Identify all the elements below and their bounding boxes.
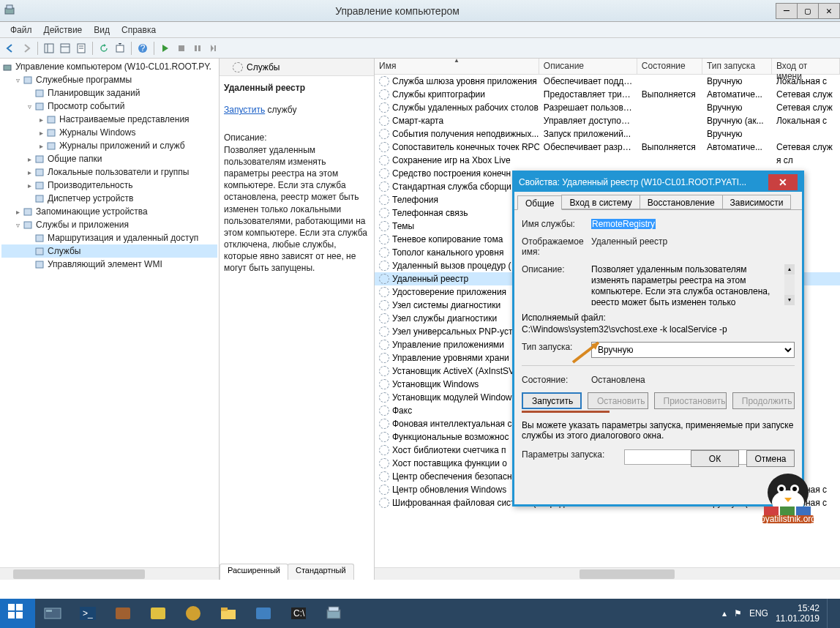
tray-flag-icon[interactable]: ⚑ bbox=[734, 608, 742, 618]
ok-button[interactable]: ОК bbox=[691, 450, 739, 467]
service-icon bbox=[379, 274, 389, 284]
tab-recovery[interactable]: Восстановление bbox=[640, 195, 723, 209]
col-description[interactable]: Описание bbox=[539, 59, 637, 74]
col-logon[interactable]: Вход от имени bbox=[772, 59, 840, 74]
close-button[interactable]: ✕ bbox=[818, 3, 840, 19]
dialog-titlebar[interactable]: Свойства: Удаленный реестр (W10-CL01.ROO… bbox=[514, 173, 802, 192]
col-startup[interactable]: Тип запуска bbox=[702, 59, 772, 74]
view1-icon[interactable] bbox=[42, 41, 56, 56]
task-app-2[interactable] bbox=[140, 599, 176, 628]
service-row[interactable]: Служба шлюза уровня приложенияОбеспечива… bbox=[375, 75, 840, 88]
tree-item[interactable]: Диспетчер устройств bbox=[1, 192, 217, 205]
col-name[interactable]: Имя▲ bbox=[375, 59, 539, 74]
task-mmc[interactable] bbox=[316, 599, 351, 628]
tree-item[interactable]: ▿Служебные программы bbox=[1, 73, 217, 86]
tree-item[interactable]: ▸Настраиваемые представления bbox=[1, 113, 217, 126]
svg-rect-48 bbox=[46, 610, 52, 612]
menu-view[interactable]: Вид bbox=[88, 23, 116, 37]
service-icon bbox=[379, 155, 389, 165]
maximize-button[interactable]: ▢ bbox=[797, 3, 819, 19]
view-tabs: Расширенный Стандартный bbox=[220, 564, 353, 580]
svg-rect-26 bbox=[36, 195, 43, 202]
task-server-manager[interactable] bbox=[35, 599, 70, 628]
tab-dependencies[interactable]: Зависимости bbox=[722, 195, 792, 209]
tree-item[interactable]: Управляющий элемент WMI bbox=[1, 258, 217, 271]
stop-icon[interactable] bbox=[174, 41, 189, 56]
service-row[interactable]: Сопоставитель конечных точек RPCОбеспечи… bbox=[375, 141, 840, 154]
value-state: Остановлена bbox=[591, 375, 795, 385]
service-row[interactable]: Смарт-картаУправляет доступом...Вручную … bbox=[375, 114, 840, 127]
menu-help[interactable]: Справка bbox=[116, 23, 162, 37]
tray-lang[interactable]: ENG bbox=[749, 608, 768, 618]
tree-item[interactable]: ▸Запоминающие устройства bbox=[1, 205, 217, 218]
tree-item[interactable]: ▿Просмотр событий bbox=[1, 100, 217, 113]
svg-text:?: ? bbox=[140, 43, 146, 53]
play-icon[interactable] bbox=[158, 41, 173, 56]
service-icon bbox=[379, 208, 389, 218]
start-service-link[interactable]: Запустить bbox=[224, 105, 265, 115]
tab-extended[interactable]: Расширенный bbox=[220, 564, 288, 580]
menu-action[interactable]: Действие bbox=[38, 23, 89, 37]
tree-item[interactable]: Планировщик заданий bbox=[1, 86, 217, 100]
task-app-4[interactable] bbox=[246, 599, 281, 628]
tab-general[interactable]: Общие bbox=[517, 195, 562, 210]
dialog-close-button[interactable]: ✕ bbox=[768, 174, 798, 190]
view2-icon[interactable] bbox=[58, 41, 72, 56]
svg-rect-9 bbox=[116, 45, 124, 52]
cancel-button[interactable]: Отмена bbox=[746, 450, 795, 467]
service-row[interactable]: Сохранение игр на Xbox Liveя сл bbox=[375, 154, 840, 167]
task-app-3[interactable] bbox=[176, 599, 211, 628]
tree-item[interactable]: ▸Общие папки bbox=[1, 152, 217, 165]
service-row[interactable]: События получения неподвижных...Запуск п… bbox=[375, 127, 840, 141]
tree-item[interactable]: ▸Журналы приложений и служб bbox=[1, 139, 217, 152]
tree-item[interactable]: ▸Производительность bbox=[1, 179, 217, 192]
back-button[interactable] bbox=[3, 41, 18, 56]
pause-icon[interactable] bbox=[190, 41, 205, 56]
tree-scrollbar[interactable] bbox=[0, 567, 219, 580]
col-state[interactable]: Состояние bbox=[637, 59, 702, 74]
svg-rect-2 bbox=[45, 44, 53, 53]
service-row[interactable]: Службы криптографииПредоставляет три с..… bbox=[375, 88, 840, 101]
startup-type-select[interactable]: Вручную bbox=[591, 342, 795, 358]
export-icon[interactable] bbox=[113, 41, 127, 56]
service-row[interactable]: Службы удаленных рабочих столовРазрешает… bbox=[375, 101, 840, 114]
tree-item[interactable]: Службы bbox=[1, 244, 217, 258]
refresh-icon[interactable] bbox=[97, 41, 111, 56]
help-icon[interactable]: ? bbox=[135, 41, 150, 56]
service-icon bbox=[379, 405, 389, 416]
tree-item[interactable]: ▸Журналы Windows bbox=[1, 126, 217, 139]
desc-scrollbar[interactable]: ▴▾ bbox=[784, 264, 795, 305]
task-app-1[interactable] bbox=[105, 599, 140, 628]
show-desktop-button[interactable] bbox=[827, 599, 833, 628]
value-description[interactable]: Позволяет удаленным пользователям изменя… bbox=[591, 264, 795, 305]
tab-standard[interactable]: Стандартный bbox=[288, 564, 354, 580]
tree-item[interactable]: ▿Службы и приложения bbox=[1, 218, 217, 231]
tree-item[interactable]: ▸Локальные пользователи и группы bbox=[1, 165, 217, 179]
start-button[interactable]: Запустить bbox=[522, 392, 582, 409]
label-service-name: Имя службы: bbox=[522, 219, 591, 229]
start-button[interactable] bbox=[0, 599, 35, 628]
list-scrollbar[interactable] bbox=[375, 567, 840, 580]
service-icon bbox=[379, 326, 389, 337]
task-explorer[interactable] bbox=[211, 599, 246, 628]
properties-icon[interactable] bbox=[74, 41, 89, 56]
minimize-button[interactable]: ─ bbox=[776, 3, 798, 19]
tray-clock[interactable]: 15:42 11.01.2019 bbox=[776, 603, 820, 624]
forward-button[interactable] bbox=[19, 41, 34, 56]
svg-rect-29 bbox=[36, 235, 43, 242]
service-icon bbox=[379, 445, 389, 455]
menu-file[interactable]: Файл bbox=[4, 23, 38, 37]
service-icon bbox=[379, 234, 389, 244]
value-service-name[interactable]: RemoteRegistry bbox=[591, 219, 656, 229]
details-panel: Службы Удаленный реестр Запустить службу… bbox=[220, 59, 375, 580]
annotation-underline bbox=[522, 411, 610, 413]
svg-rect-25 bbox=[36, 182, 43, 189]
tree-root[interactable]: Управление компьютером (W10-CL01.ROOT.PY… bbox=[1, 60, 217, 73]
restart-icon[interactable] bbox=[206, 41, 221, 56]
task-powershell[interactable]: >_ bbox=[70, 599, 105, 628]
tray-up-icon[interactable]: ▴ bbox=[722, 608, 727, 618]
tab-logon[interactable]: Вход в систему bbox=[561, 195, 640, 209]
tree-item[interactable]: Маршрутизация и удаленный доступ bbox=[1, 231, 217, 244]
task-cmd[interactable]: C:\ bbox=[281, 599, 316, 628]
details-header: Службы bbox=[220, 59, 374, 76]
